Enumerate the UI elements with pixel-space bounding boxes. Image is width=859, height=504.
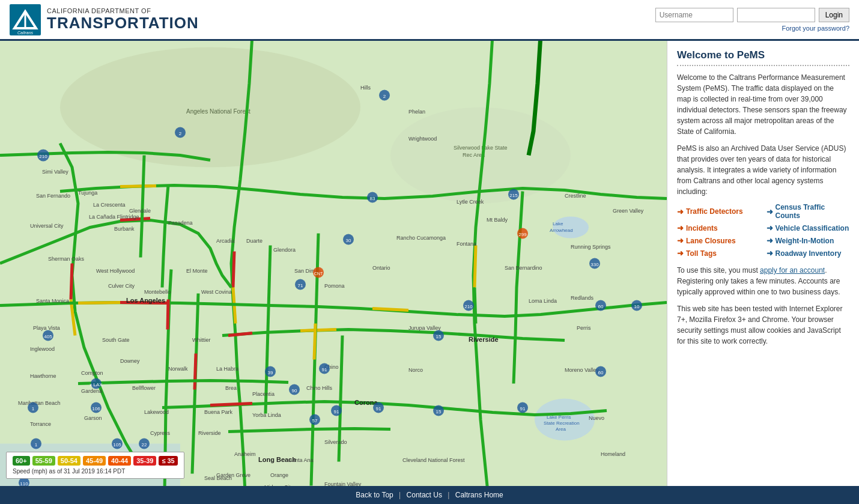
username-input[interactable] bbox=[655, 8, 733, 22]
feature-label: Incidents bbox=[686, 224, 718, 232]
speed-legend: 60+55-5950-5445-4940-4435-39≤ 35 Speed (… bbox=[6, 452, 184, 479]
svg-text:Sherman Oaks: Sherman Oaks bbox=[48, 256, 85, 262]
svg-text:91: 91 bbox=[322, 367, 327, 372]
site-footer: Back to Top | Contact Us | Caltrans Home bbox=[0, 486, 859, 504]
browser-paragraph: This web site has been tested with Inter… bbox=[677, 303, 849, 347]
svg-text:57: 57 bbox=[312, 418, 318, 424]
svg-text:60: 60 bbox=[598, 370, 604, 375]
apply-text-before: To use this site, you must bbox=[677, 266, 760, 275]
svg-text:Crestline: Crestline bbox=[565, 193, 586, 199]
svg-text:Phelan: Phelan bbox=[408, 109, 425, 115]
svg-text:Bellflower: Bellflower bbox=[132, 385, 156, 391]
svg-text:60: 60 bbox=[598, 304, 604, 309]
svg-text:215: 215 bbox=[509, 193, 518, 198]
svg-text:Fontana: Fontana bbox=[457, 241, 476, 247]
svg-text:105: 105 bbox=[113, 442, 121, 448]
arrow-icon: ➜ bbox=[677, 249, 684, 258]
svg-text:330: 330 bbox=[590, 262, 599, 267]
svg-text:Silverado: Silverado bbox=[324, 439, 347, 445]
back-to-top-link[interactable]: Back to Top bbox=[356, 491, 393, 499]
svg-text:Culver City: Culver City bbox=[108, 283, 135, 289]
svg-text:Caltrans: Caltrans bbox=[17, 31, 34, 35]
svg-text:Arcadia: Arcadia bbox=[216, 238, 235, 244]
arrow-icon: ➜ bbox=[677, 223, 684, 232]
intro-paragraph-2: PeMS is also an Archived Data User Servi… bbox=[677, 143, 849, 197]
svg-text:30: 30 bbox=[346, 238, 351, 243]
svg-text:Gardena: Gardena bbox=[81, 388, 102, 394]
speed-box: 55-59 bbox=[32, 456, 55, 466]
feature-label: Weight-In-Motion bbox=[776, 237, 834, 245]
svg-text:90: 90 bbox=[292, 388, 297, 393]
contact-us-link[interactable]: Contact Us bbox=[407, 491, 442, 499]
svg-text:71: 71 bbox=[298, 283, 303, 288]
arrow-icon: ➜ bbox=[766, 207, 773, 216]
svg-text:Moreno Valley: Moreno Valley bbox=[565, 367, 599, 373]
svg-text:Cleveland National Forest: Cleveland National Forest bbox=[402, 457, 465, 463]
svg-text:83: 83 bbox=[370, 196, 375, 201]
svg-text:Ontario: Ontario bbox=[372, 265, 390, 271]
separator-1: | bbox=[399, 491, 401, 499]
svg-text:Loma Linda: Loma Linda bbox=[529, 298, 557, 304]
svg-text:91: 91 bbox=[520, 406, 526, 411]
svg-text:La Cañada Flintridge: La Cañada Flintridge bbox=[89, 214, 139, 220]
svg-text:Compton: Compton bbox=[81, 370, 103, 376]
arrow-icon: ➜ bbox=[677, 236, 684, 245]
caltrans-home-link[interactable]: Caltrans Home bbox=[455, 491, 503, 499]
svg-text:Arrowhead: Arrowhead bbox=[550, 228, 573, 233]
svg-text:15: 15 bbox=[436, 409, 442, 414]
feature-weight-motion: ➜ Weight-In-Motion bbox=[766, 236, 850, 245]
svg-text:210: 210 bbox=[39, 154, 47, 159]
svg-text:Pomona: Pomona bbox=[324, 283, 345, 289]
svg-text:Norco: Norco bbox=[408, 367, 423, 373]
svg-text:Orange: Orange bbox=[270, 472, 288, 478]
svg-text:La Habra: La Habra bbox=[216, 366, 238, 372]
svg-text:Glendale: Glendale bbox=[129, 208, 151, 214]
feature-label: Traffic Detectors bbox=[686, 207, 743, 216]
map-area[interactable]: Angeles National Forest Silverwood Lake … bbox=[0, 41, 667, 486]
svg-text:Jurupa Valley: Jurupa Valley bbox=[408, 325, 441, 331]
svg-text:39: 39 bbox=[268, 370, 273, 375]
svg-text:Buena Park: Buena Park bbox=[204, 409, 233, 415]
svg-text:Manhattan Beach: Manhattan Beach bbox=[18, 400, 61, 406]
svg-text:Green Valley: Green Valley bbox=[613, 208, 644, 214]
svg-text:Silverwood Lake State: Silverwood Lake State bbox=[454, 145, 508, 151]
forgot-password-link[interactable]: Forgot your password? bbox=[782, 25, 850, 32]
svg-text:Universal City: Universal City bbox=[30, 223, 64, 229]
svg-text:Montebello: Montebello bbox=[144, 289, 171, 295]
svg-text:Tujunga: Tujunga bbox=[78, 190, 97, 196]
svg-text:Anaheim: Anaheim bbox=[234, 451, 256, 457]
svg-text:Torrance: Torrance bbox=[30, 421, 51, 427]
login-button[interactable]: Login bbox=[819, 8, 849, 22]
caltrans-logo-icon: Caltrans bbox=[10, 4, 41, 35]
svg-text:Running Springs: Running Springs bbox=[571, 244, 611, 250]
svg-text:91: 91 bbox=[376, 406, 381, 411]
svg-point-6 bbox=[60, 47, 360, 168]
svg-text:Perris: Perris bbox=[577, 325, 591, 331]
svg-text:Placentia: Placentia bbox=[252, 391, 275, 397]
svg-text:La Crescenta: La Crescenta bbox=[93, 202, 126, 208]
logo-area: Caltrans CALIFORNIA DEPARTMENT OF TRANSP… bbox=[10, 4, 199, 35]
svg-text:2: 2 bbox=[179, 131, 182, 136]
svg-text:Playa Vista: Playa Vista bbox=[33, 325, 60, 331]
intro-paragraph-1: Welcome to the Caltrans Performance Meas… bbox=[677, 72, 849, 137]
feature-label: Census Traffic Counts bbox=[776, 203, 850, 220]
svg-text:Riverside: Riverside bbox=[198, 430, 221, 436]
svg-text:Mt Baldy: Mt Baldy bbox=[487, 217, 508, 223]
password-input[interactable] bbox=[737, 8, 815, 22]
svg-text:Lake: Lake bbox=[553, 221, 563, 226]
svg-text:Burbank: Burbank bbox=[114, 226, 135, 232]
svg-text:Midway City: Midway City bbox=[264, 484, 294, 487]
svg-text:Downey: Downey bbox=[120, 358, 140, 364]
arrow-icon: ➜ bbox=[766, 249, 773, 258]
svg-text:Hills: Hills bbox=[360, 85, 371, 91]
speed-box: 60+ bbox=[13, 456, 30, 466]
svg-text:Seal Beach: Seal Beach bbox=[204, 475, 232, 481]
apply-paragraph: To use this site, you must apply for an … bbox=[677, 265, 849, 297]
svg-text:Lytle Creek: Lytle Creek bbox=[457, 199, 484, 205]
speed-box: 40-44 bbox=[108, 456, 131, 466]
feature-label: Roadway Inventory bbox=[776, 249, 842, 258]
svg-text:Rancho Cucamonga: Rancho Cucamonga bbox=[396, 235, 446, 241]
feature-vehicle-class: ➜ Vehicle Classification bbox=[766, 223, 850, 232]
apply-link[interactable]: apply for an account bbox=[760, 266, 825, 275]
arrow-icon: ➜ bbox=[766, 236, 773, 245]
